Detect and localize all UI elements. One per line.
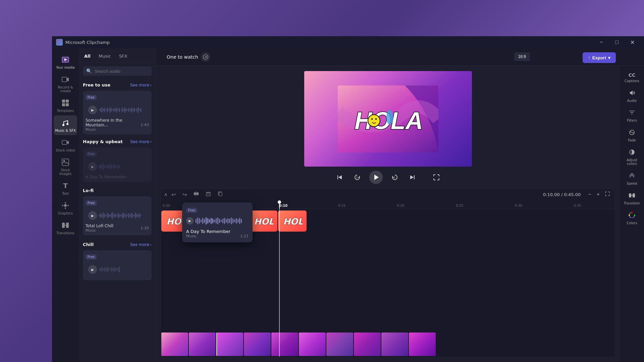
svg-rect-84 xyxy=(118,213,118,218)
search-box[interactable]: 🔍 xyxy=(83,66,152,76)
sidebar-item-graphics[interactable]: Graphics xyxy=(54,198,77,218)
forward-5-button[interactable]: 5 xyxy=(389,172,400,183)
fullscreen-button[interactable] xyxy=(431,172,442,183)
see-more-happy[interactable]: See more › xyxy=(130,139,152,144)
svg-text:5: 5 xyxy=(356,176,358,179)
svg-rect-118 xyxy=(196,219,197,223)
svg-rect-40 xyxy=(123,109,124,111)
sidebar-adjust-colors[interactable]: Adjust colors xyxy=(622,146,642,168)
waveform-2 xyxy=(99,161,146,173)
sidebar-item-record[interactable]: Record & create xyxy=(54,72,77,96)
play-button-4[interactable]: ▶ xyxy=(88,265,97,274)
track-badge-1: Free xyxy=(86,95,97,100)
svg-rect-133 xyxy=(221,220,222,222)
delete-button[interactable] xyxy=(203,190,214,199)
svg-rect-131 xyxy=(217,218,218,224)
sidebar-transition[interactable]: Transition xyxy=(622,189,642,208)
skip-end-button[interactable] xyxy=(407,172,418,183)
skip-back-button[interactable] xyxy=(334,172,345,183)
sidebar-fade[interactable]: Fade xyxy=(622,126,642,145)
svg-rect-43 xyxy=(127,109,128,111)
fit-button[interactable] xyxy=(603,191,612,198)
maximize-button[interactable]: □ xyxy=(609,36,625,48)
copy-button[interactable] xyxy=(215,190,226,199)
svg-rect-86 xyxy=(120,215,121,217)
close-button[interactable]: ✕ xyxy=(625,36,640,48)
svg-rect-114 xyxy=(115,268,116,271)
svg-rect-156 xyxy=(194,192,196,195)
svg-rect-66 xyxy=(115,165,116,168)
svg-point-17 xyxy=(65,207,66,209)
track-card-4: Free ▶ xyxy=(83,250,152,280)
sidebar-captions[interactable]: CC Captions xyxy=(622,70,642,85)
your-media-label: Your media xyxy=(56,66,75,69)
search-input[interactable] xyxy=(95,69,148,74)
undo-button[interactable]: ↩ xyxy=(169,190,178,199)
right-sidebar: CC Captions Audio xyxy=(620,66,644,362)
sidebar-item-stock-images[interactable]: Stock images xyxy=(54,155,77,178)
track-duration-3: 1:20 xyxy=(141,226,149,230)
svg-rect-63 xyxy=(111,165,112,169)
sidebar-filters[interactable]: Filters xyxy=(622,107,642,125)
track-tooltip: Free ▶ xyxy=(182,202,253,242)
video-thumb-1 xyxy=(161,333,188,356)
svg-rect-130 xyxy=(216,218,217,224)
svg-rect-101 xyxy=(141,215,141,216)
sticker-thumb-5: HOLA xyxy=(278,210,307,232)
svg-rect-44 xyxy=(128,108,129,112)
see-more-free-to-use[interactable]: See more › xyxy=(130,83,152,87)
minimize-button[interactable]: − xyxy=(594,36,609,48)
zoom-controls: − + xyxy=(586,191,612,198)
svg-rect-80 xyxy=(112,212,113,219)
svg-point-175 xyxy=(629,215,630,216)
tab-all[interactable]: All xyxy=(84,52,95,60)
stock-images-icon xyxy=(61,158,70,167)
sidebar-item-transitions[interactable]: Transitions xyxy=(54,218,77,238)
sidebar-item-templates[interactable]: Templates xyxy=(54,96,77,115)
svg-rect-112 xyxy=(112,268,113,271)
tab-sfx[interactable]: SFX xyxy=(115,52,131,60)
svg-point-173 xyxy=(634,215,635,216)
play-pause-button[interactable] xyxy=(369,171,383,184)
play-button-3[interactable]: ▶ xyxy=(88,211,97,220)
sidebar-audio[interactable]: Audio xyxy=(622,87,642,105)
svg-rect-142 xyxy=(236,218,237,224)
svg-rect-94 xyxy=(131,213,132,218)
tab-music[interactable]: Music xyxy=(95,52,115,60)
section-header-chill: Chill See more › xyxy=(79,239,156,249)
export-button[interactable]: ↑ Export ▾ xyxy=(583,52,616,63)
svg-rect-6 xyxy=(66,100,69,103)
sidebar-item-stock-video[interactable]: Stock video xyxy=(54,135,77,155)
replay-5-button[interactable]: 5 xyxy=(352,172,363,183)
zoom-in-button[interactable]: + xyxy=(595,191,602,198)
sidebar-item-text[interactable]: T Text xyxy=(54,178,77,198)
templates-label: Templates xyxy=(57,109,74,113)
redo-button[interactable]: ↪ xyxy=(180,190,190,199)
tooltip-play-button[interactable]: ▶ xyxy=(186,217,194,225)
zoom-out-button[interactable]: − xyxy=(586,191,593,198)
play-button-1[interactable]: ▶ xyxy=(88,106,97,114)
expand-timeline-button[interactable]: ∧ xyxy=(164,192,167,197)
sidebar-item-music-sfx[interactable]: Music & SFX xyxy=(54,115,77,135)
top-bar-left: One to watch xyxy=(161,52,639,62)
share-button[interactable] xyxy=(201,52,210,62)
video-thumb-3 xyxy=(216,333,243,356)
svg-rect-92 xyxy=(128,213,129,218)
svg-rect-34 xyxy=(115,109,116,111)
sidebar-speed[interactable]: Speed xyxy=(622,170,642,188)
sidebar-colors[interactable]: Colors xyxy=(622,209,642,228)
split-button[interactable] xyxy=(191,190,202,199)
total-time: 0:45.00 xyxy=(564,192,581,197)
aspect-ratio-button[interactable]: 16:9 xyxy=(514,52,530,61)
sidebar-item-your-media[interactable]: Your media xyxy=(54,52,77,72)
svg-rect-61 xyxy=(108,165,109,168)
see-more-chill[interactable]: See more › xyxy=(130,242,152,247)
play-button-2[interactable]: ▶ xyxy=(88,162,97,171)
track-card-3: Free ▶ xyxy=(83,196,152,235)
svg-rect-54 xyxy=(99,165,100,168)
transition-label: Transition xyxy=(624,201,640,205)
section-header-happy: Happy & upbeat See more › xyxy=(79,136,156,146)
hola-graphic: HOLA xyxy=(338,85,438,153)
svg-rect-117 xyxy=(119,266,120,273)
svg-rect-22 xyxy=(99,109,100,111)
